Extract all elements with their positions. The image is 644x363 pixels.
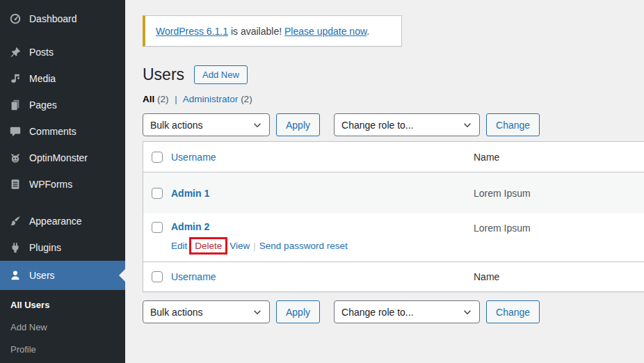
media-icon <box>8 72 22 86</box>
sidebar-item-label: Comments <box>29 126 77 137</box>
bulk-controls-bottom: Bulk actions Apply Change role to... Cha… <box>143 300 644 323</box>
sidebar-item-optinmonster[interactable]: OptinMonster <box>0 145 125 171</box>
user-row-admin-2: Admin 2 Edit Delete View | Send password… <box>143 213 644 261</box>
delete-annotation-box: Delete <box>189 237 227 255</box>
filter-all-link[interactable]: All <box>143 94 154 104</box>
submenu-item-label: Profile <box>10 344 36 355</box>
sidebar-item-label: OptinMonster <box>29 152 88 163</box>
wordpress-version-link[interactable]: WordPress 6.1.1 <box>156 26 228 37</box>
chevron-down-icon <box>462 307 472 317</box>
chevron-down-icon <box>252 120 262 130</box>
chevron-down-icon <box>252 307 262 317</box>
add-new-button[interactable]: Add New <box>194 65 248 84</box>
sidebar-item-label: Users <box>29 270 55 281</box>
admin-menu: Dashboard Posts Media Pages Comments <box>0 0 125 360</box>
change-role-selected-value: Change role to... <box>341 120 414 131</box>
bulk-actions-select[interactable]: Bulk actions <box>143 113 270 136</box>
sidebar-item-dashboard[interactable]: Dashboard <box>0 6 125 32</box>
sidebar-item-all-users[interactable]: All Users <box>0 293 125 316</box>
title-row: Users Add New <box>143 65 644 85</box>
pushpin-icon <box>8 45 22 59</box>
table-header-row: Username Name <box>143 142 644 172</box>
apply-button[interactable]: Apply <box>276 113 320 136</box>
plug-icon <box>8 241 22 255</box>
username-link[interactable]: Admin 2 <box>171 221 209 232</box>
name-column-header: Name <box>474 152 644 163</box>
select-all-checkbox[interactable] <box>152 152 163 163</box>
user-name: Lorem Ipsum <box>474 188 644 199</box>
row-checkbox[interactable] <box>152 222 163 233</box>
bulk-actions-selected-value: Bulk actions <box>150 120 202 131</box>
user-icon <box>8 268 22 282</box>
page-title: Users <box>143 65 184 85</box>
delete-link[interactable]: Delete <box>195 241 222 251</box>
notice-period: . <box>367 26 369 37</box>
sidebar-item-label: Plugins <box>29 242 61 253</box>
change-role-selected-value: Change role to... <box>341 307 414 318</box>
user-name: Lorem Ipsum <box>474 213 644 234</box>
pages-icon <box>8 98 22 112</box>
sidebar-item-wpforms[interactable]: WPForms <box>0 171 125 197</box>
filter-all-count: (2) <box>157 94 169 104</box>
change-button[interactable]: Change <box>486 113 540 136</box>
sidebar-item-users[interactable]: Users <box>0 261 125 290</box>
sidebar-item-appearance[interactable]: Appearance <box>0 208 125 234</box>
wpforms-icon <box>8 177 22 191</box>
view-link[interactable]: View <box>230 241 250 251</box>
main-content: WordPress 6.1.1 is available! Please upd… <box>125 0 644 363</box>
change-role-select-bottom[interactable]: Change role to... <box>334 300 480 323</box>
actions-separator: | <box>253 241 256 251</box>
paintbrush-icon <box>8 214 22 228</box>
apply-button-bottom[interactable]: Apply <box>276 300 320 323</box>
chevron-down-icon <box>462 120 472 130</box>
sidebar-item-media[interactable]: Media <box>0 65 125 92</box>
filter-administrator-link[interactable]: Administrator <box>183 94 239 104</box>
row-actions: Edit Delete View | Send password reset <box>171 237 474 255</box>
users-submenu: All Users Add New Profile <box>0 290 125 360</box>
edit-link[interactable]: Edit <box>171 241 187 251</box>
select-all-checkbox-bottom[interactable] <box>152 271 163 282</box>
admin-sidebar: Dashboard Posts Media Pages Comments <box>0 0 125 363</box>
sidebar-item-profile[interactable]: Profile <box>0 338 125 360</box>
bulk-actions-select-bottom[interactable]: Bulk actions <box>143 300 270 323</box>
sidebar-item-label: Media <box>29 73 56 84</box>
sidebar-item-posts[interactable]: Posts <box>0 39 125 65</box>
sidebar-item-label: Appearance <box>29 216 82 227</box>
update-notice: WordPress 6.1.1 is available! Please upd… <box>143 15 402 47</box>
bulk-controls-top: Bulk actions Apply Change role to... Cha… <box>143 113 644 136</box>
role-filters: All (2) | Administrator (2) <box>143 94 644 104</box>
sidebar-item-comments[interactable]: Comments <box>0 118 125 145</box>
sidebar-item-label: Pages <box>29 99 57 111</box>
change-role-select[interactable]: Change role to... <box>334 113 480 136</box>
optinmonster-icon <box>8 151 22 165</box>
filter-separator: | <box>175 94 177 104</box>
table-footer-row: Username Name <box>143 261 644 291</box>
sidebar-item-plugins[interactable]: Plugins <box>0 234 125 261</box>
sidebar-item-label: Dashboard <box>29 13 77 24</box>
submenu-item-label: Add New <box>10 322 47 332</box>
sidebar-item-add-new[interactable]: Add New <box>0 316 125 338</box>
users-table: Username Name Admin 1 Lorem Ipsum Admin … <box>143 141 644 292</box>
dashboard-icon <box>8 12 22 26</box>
sidebar-item-label: WPForms <box>29 179 72 190</box>
row-checkbox[interactable] <box>152 188 163 199</box>
filter-administrator-count: (2) <box>241 94 252 104</box>
username-link[interactable]: Admin 1 <box>171 188 209 199</box>
username-column-header[interactable]: Username <box>171 152 216 163</box>
change-button-bottom[interactable]: Change <box>486 300 540 323</box>
send-password-reset-link[interactable]: Send password reset <box>259 241 348 251</box>
bulk-actions-selected-value: Bulk actions <box>150 307 202 318</box>
comment-icon <box>8 124 22 138</box>
sidebar-item-pages[interactable]: Pages <box>0 92 125 118</box>
name-column-footer: Name <box>474 271 644 282</box>
user-row-admin-1: Admin 1 Lorem Ipsum <box>143 172 644 213</box>
update-now-link[interactable]: Please update now <box>284 26 367 37</box>
notice-text: is available! <box>228 26 284 37</box>
sidebar-item-label: Posts <box>29 47 54 58</box>
username-column-footer[interactable]: Username <box>171 271 216 282</box>
submenu-item-label: All Users <box>10 300 49 310</box>
